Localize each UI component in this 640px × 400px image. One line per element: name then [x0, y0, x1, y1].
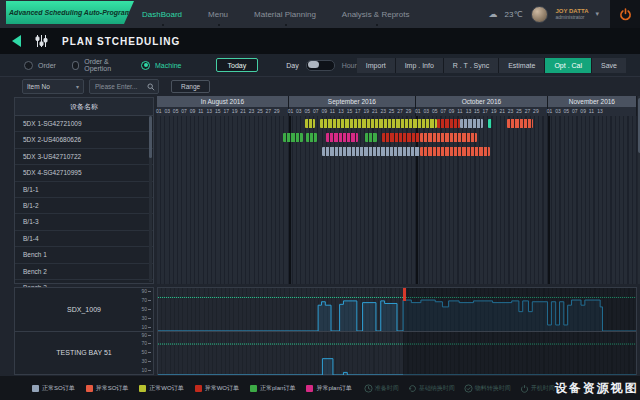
- radio-order[interactable]: Order: [24, 61, 56, 70]
- day-label: Day: [286, 62, 298, 69]
- gantt-bar-accent[interactable]: [488, 119, 492, 128]
- hour-label: Hour: [342, 62, 357, 69]
- day-tick: 21: [372, 108, 378, 114]
- legend-label: 异常WO订单: [205, 384, 239, 393]
- machine-row[interactable]: Bench 1: [15, 247, 153, 263]
- gantt-bar-wo_abnormal[interactable]: [437, 119, 460, 128]
- axis-tick: 90: [141, 333, 151, 338]
- radio-machine[interactable]: Machine: [141, 61, 181, 70]
- axis-tick-mark: [148, 327, 151, 328]
- legend-item: 异常plan订单: [306, 384, 351, 393]
- back-button[interactable]: [12, 35, 21, 47]
- logout-power-button[interactable]: [610, 0, 640, 28]
- gantt-bar-plan_abnormal[interactable]: [326, 133, 358, 142]
- legend-label: 异常SO订单: [96, 384, 129, 393]
- search-input[interactable]: [93, 82, 147, 91]
- gantt-bar-so_normal[interactable]: [322, 147, 420, 156]
- machine-list: 5DX 1-SG427210095DX 2-US406806265DX 3-US…: [15, 116, 153, 296]
- day-tick: 21: [499, 108, 505, 114]
- app-logo: Advanced Scheduling Auto-Program: [6, 1, 134, 24]
- machine-row[interactable]: B/1-2: [15, 198, 153, 214]
- day-tick: 03: [164, 108, 170, 114]
- gantt-bar-so_abnormal[interactable]: [420, 147, 490, 156]
- save-button[interactable]: Save: [591, 58, 626, 73]
- radio-order-opertion[interactable]: Order & Opertion: [72, 58, 125, 72]
- clock-icon: [364, 384, 373, 393]
- opt-cal-button[interactable]: Opt . Cal: [544, 58, 591, 73]
- gantt-bar-so_normal[interactable]: [460, 119, 483, 128]
- day-tick: 27: [397, 108, 403, 114]
- search-box: [89, 79, 159, 94]
- nav-item-dashboard[interactable]: DashBoard: [142, 0, 182, 28]
- legend-items: 正常SO订单异常SO订单正常WO订单异常WO订单正常plan订单异常plan订单: [32, 384, 352, 393]
- item-no-select[interactable]: Item No ▾: [22, 79, 84, 94]
- nav-item-menu[interactable]: Menu: [208, 0, 228, 28]
- gantt-body[interactable]: [157, 116, 637, 284]
- axis-tick-mark: [148, 370, 151, 371]
- day-tick: 15: [347, 108, 353, 114]
- gantt-bar-wo_normal[interactable]: [320, 119, 437, 128]
- r-t-sync-button[interactable]: R . T . Sync: [443, 58, 498, 73]
- today-button[interactable]: Today: [216, 58, 259, 72]
- machine-row[interactable]: 5DX 1-SG42721009: [15, 116, 153, 132]
- nav-item-material-planning[interactable]: Material Planning: [254, 0, 316, 28]
- radio-icon: [141, 61, 150, 70]
- power-icon: [619, 8, 632, 21]
- range-button[interactable]: Range: [171, 80, 210, 93]
- gantt-bar-so_abnormal[interactable]: [420, 133, 477, 142]
- axis-tick-mark: [148, 300, 151, 301]
- filter-row: Item No ▾ Range: [0, 77, 640, 96]
- gantt-bar-plan_normal[interactable]: [306, 133, 317, 142]
- day-tick: 23: [249, 108, 255, 114]
- user-avatar[interactable]: [531, 6, 548, 23]
- gantt-bar-wo_abnormal[interactable]: [382, 133, 420, 142]
- legend-color-swatch: [195, 385, 202, 392]
- legend-item: 异常WO订单: [195, 384, 239, 393]
- axis-tick-mark: [148, 318, 151, 319]
- machine-row[interactable]: 5DX 2-US40680626: [15, 132, 153, 148]
- estimate-button[interactable]: Estimate: [498, 58, 544, 73]
- gantt-bar-wo_normal[interactable]: [305, 119, 316, 128]
- legend-item: 正常SO订单: [32, 384, 75, 393]
- axis-tick-label: 10: [141, 368, 147, 373]
- day-tick: 17: [355, 108, 361, 114]
- axis-tick-label: 70: [141, 298, 147, 303]
- machine-row[interactable]: 5DX 4-SG42710995: [15, 165, 153, 181]
- search-icon[interactable]: [147, 83, 155, 91]
- load-lane-axis: 9070503010: [141, 289, 151, 330]
- load-lane-name: TESTING BAY 51: [56, 349, 111, 356]
- axis-tick: 10: [141, 325, 151, 330]
- imp-info-button[interactable]: Imp . Info: [395, 58, 443, 73]
- day-tick-group: 010305070911131517192123252729: [416, 107, 548, 116]
- nav-indicator-dot: [285, 24, 287, 26]
- import-button[interactable]: Import: [357, 58, 395, 73]
- axis-tick: 90: [141, 289, 151, 294]
- day-tick: 03: [296, 108, 302, 114]
- load-profile-chart: [157, 287, 637, 375]
- machine-row[interactable]: Bench 2: [15, 264, 153, 280]
- day-tick: 13: [207, 108, 213, 114]
- chevron-down-icon[interactable]: ▾: [595, 10, 599, 18]
- legend-item: 正常plan订单: [250, 384, 295, 393]
- day-tick: 05: [432, 108, 438, 114]
- axis-tick-label: 90: [141, 289, 147, 294]
- scrollbar-thumb[interactable]: [149, 116, 152, 158]
- nav-item-analysis-reprots[interactable]: Analysis & Reprots: [342, 0, 410, 28]
- machine-row[interactable]: B/1-4: [15, 231, 153, 247]
- gantt-bar-plan_normal[interactable]: [283, 133, 303, 142]
- day-tick: 19: [364, 108, 370, 114]
- gantt-bar-so_abnormal[interactable]: [507, 119, 533, 128]
- day-tick: 07: [440, 108, 446, 114]
- legend-color-swatch: [139, 385, 146, 392]
- gantt-bar-plan_normal[interactable]: [365, 133, 377, 142]
- machine-row[interactable]: 5DX 3-US42710722: [15, 149, 153, 165]
- machine-list-scrollbar[interactable]: [149, 116, 152, 282]
- day-tick: 01: [288, 108, 294, 114]
- legend-item: 异常SO订单: [86, 384, 129, 393]
- day-tick: 09: [580, 108, 586, 114]
- machine-row[interactable]: B/1-1: [15, 182, 153, 198]
- machine-row[interactable]: B/1-3: [15, 214, 153, 230]
- day-hour-toggle[interactable]: [306, 60, 335, 71]
- day-tick: 25: [516, 108, 522, 114]
- legend-time-label: 物料转换时间: [475, 384, 511, 393]
